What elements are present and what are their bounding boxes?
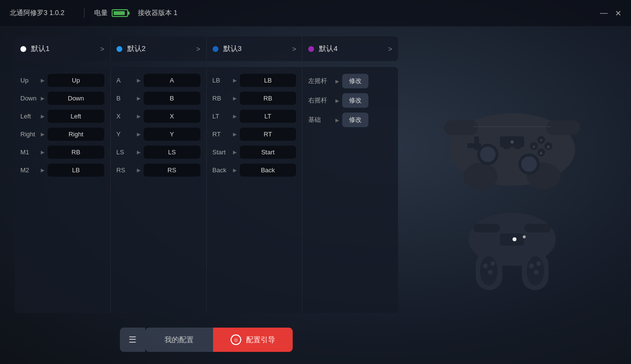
mapping-label: RB (213, 95, 230, 102)
svg-rect-35 (473, 224, 500, 232)
main-content: 默认1 > 默认2 > 默认3 > 默认4 > Up ▶ Up (0, 27, 631, 364)
mapping-value: Start (240, 146, 297, 159)
mapping-arrow: ▶ (335, 117, 339, 123)
tab-arrow-3: > (292, 45, 296, 53)
mapping-row-col1-2: Left ▶ Left (20, 110, 104, 123)
tab-label-3: 默认3 (223, 44, 242, 53)
mapping-row-col1-5: M2 ▶ LB (20, 164, 104, 177)
left-panel: 默认1 > 默认2 > 默认3 > 默认4 > Up ▶ Up (15, 36, 398, 354)
mapping-column-1: Up ▶ Up Down ▶ Down Left ▶ Left Right ▶ … (15, 67, 111, 313)
svg-text:≡: ≡ (511, 139, 514, 145)
mapping-value: B (144, 92, 200, 105)
receiver-section: 接收器版本 1 (138, 9, 178, 17)
close-button[interactable]: ✕ (614, 10, 621, 17)
mapping-row-col1-4: M1 ▶ RB (20, 146, 104, 159)
mapping-row-col2-2: X ▶ X (116, 110, 200, 123)
battery-fill (114, 11, 125, 15)
svg-point-38 (513, 237, 516, 241)
svg-rect-37 (500, 233, 524, 246)
tab-label-4: 默认4 (319, 44, 337, 53)
mapping-arrow: ▶ (41, 78, 45, 83)
profile-tab-1[interactable]: 默认1 > (15, 36, 111, 61)
mapping-arrow: ▶ (41, 132, 45, 137)
mapping-value: LT (240, 110, 297, 123)
svg-rect-22 (514, 146, 521, 149)
mapping-row-col1-1: Down ▶ Down (20, 92, 104, 105)
tab-dot-4 (308, 46, 314, 52)
battery-section: 电量 (94, 9, 128, 17)
receiver-label: 接收器版本 1 (138, 9, 178, 17)
mapping-row-col3-1: RB ▶ RB (213, 92, 297, 105)
modify-button[interactable]: 修改 (342, 93, 368, 108)
svg-point-10 (521, 156, 537, 172)
minimize-button[interactable]: — (600, 10, 607, 17)
titlebar-controls: — ✕ (600, 10, 621, 17)
svg-point-30 (488, 270, 493, 275)
mapping-arrow: ▶ (233, 114, 237, 119)
mapping-row-col2-3: Y ▶ Y (116, 128, 200, 141)
mapping-label: Down (20, 95, 38, 102)
svg-point-39 (523, 235, 526, 238)
battery-label: 电量 (94, 9, 108, 17)
titlebar-divider (84, 8, 84, 18)
mapping-label: Start (213, 149, 230, 156)
mapping-label: Y (116, 131, 134, 138)
mapping-arrow: ▶ (137, 132, 141, 137)
right-panel: ≡ Y B X A (408, 36, 616, 354)
mapping-arrow: ▶ (41, 114, 45, 119)
mapping-value: Up (48, 74, 104, 87)
tab-label-2: 默认2 (127, 44, 146, 53)
mapping-arrow: ▶ (233, 132, 237, 137)
bottom-toolbar: ☰ 我的配置 ⊙ 配置引导 (15, 320, 398, 354)
my-config-button[interactable]: 我的配置 (145, 328, 213, 352)
mapping-label: LB (213, 77, 230, 84)
svg-text:B: B (547, 145, 549, 149)
mapping-value: RS (144, 164, 200, 177)
config-guide-button[interactable]: ⊙ 配置引导 (213, 328, 293, 352)
mapping-arrow: ▶ (137, 78, 141, 83)
mapping-label: LT (213, 113, 230, 120)
modify-button[interactable]: 修改 (342, 74, 368, 88)
mapping-label: M1 (20, 149, 38, 156)
mapping-arrow: ▶ (335, 98, 339, 103)
mapping-label: RS (116, 166, 134, 174)
mapping-row-col3-0: LB ▶ LB (213, 74, 297, 87)
modify-button[interactable]: 修改 (342, 113, 368, 127)
mapping-label: X (116, 113, 134, 120)
mapping-value: LB (240, 74, 297, 87)
tab-dot-1 (20, 46, 26, 52)
mapping-arrow: ▶ (41, 96, 45, 101)
mapping-label: A (116, 77, 134, 84)
mapping-row-col4-2: 基础 ▶ 修改 (308, 113, 392, 127)
menu-icon: ☰ (129, 334, 136, 345)
my-config-label: 我的配置 (165, 335, 194, 345)
tab-arrow-1: > (100, 45, 104, 53)
mapping-arrow: ▶ (233, 78, 237, 83)
mapping-row-col2-5: RS ▶ RS (116, 164, 200, 177)
menu-button[interactable]: ☰ (120, 328, 145, 352)
mapping-row-col4-0: 左摇杆 ▶ 修改 (308, 74, 392, 88)
guide-icon: ⊙ (231, 334, 241, 345)
profile-tabs: 默认1 > 默认2 > 默认3 > 默认4 > (15, 36, 398, 61)
profile-tab-3[interactable]: 默认3 > (207, 36, 303, 61)
mapping-row-col1-3: Right ▶ Right (20, 128, 104, 141)
mapping-value: A (144, 74, 200, 87)
tab-dot-2 (116, 46, 122, 52)
mapping-arrow: ▶ (137, 167, 141, 173)
mapping-label: 左摇杆 (308, 77, 332, 85)
svg-point-32 (529, 264, 534, 268)
app-container: 北通阿修罗3 1.0.2 电量 接收器版本 1 — ✕ 默认1 (0, 0, 631, 364)
mapping-row-col1-0: Up ▶ Up (20, 74, 104, 87)
svg-rect-12 (467, 143, 481, 148)
mapping-value: Back (240, 164, 297, 177)
profile-tab-2[interactable]: 默认2 > (111, 36, 207, 61)
mapping-column-2: A ▶ A B ▶ B X ▶ X Y ▶ Y LS ▶ (111, 67, 207, 313)
mapping-row-col3-4: Start ▶ Start (213, 146, 297, 159)
svg-text:X: X (532, 145, 535, 149)
mapping-label: 基础 (308, 116, 332, 124)
mapping-label: B (116, 95, 134, 102)
titlebar: 北通阿修罗3 1.0.2 电量 接收器版本 1 — ✕ (0, 0, 631, 27)
svg-text:Y: Y (540, 138, 543, 143)
profile-tab-4[interactable]: 默认4 > (302, 36, 398, 61)
mapping-arrow: ▶ (41, 167, 45, 173)
